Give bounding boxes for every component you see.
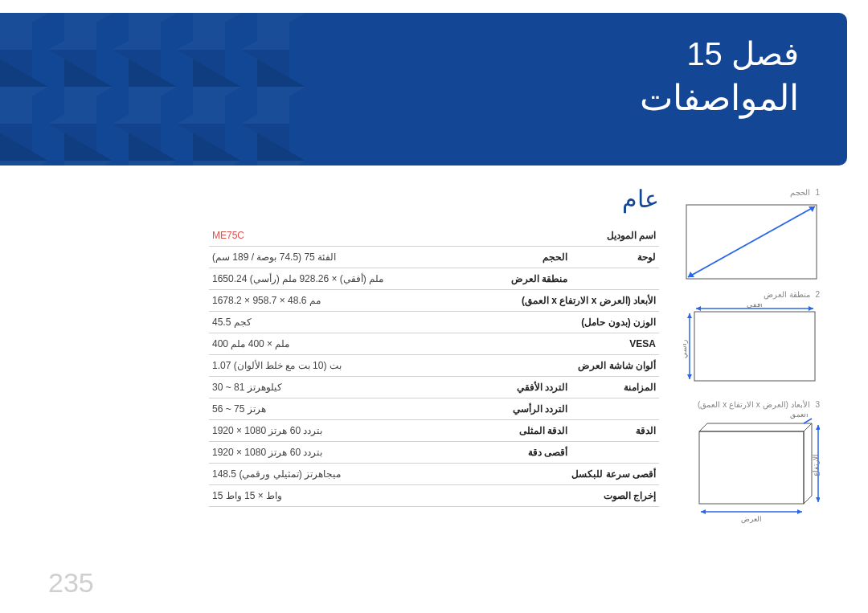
svg-marker-11 bbox=[699, 423, 812, 431]
row-value: 148.5 ميجاهرتز (تمثيلي ورقمي) bbox=[209, 464, 458, 485]
row-value: 1650.24 ملم (أفقي) × 928.26 ملم (رأسي) bbox=[209, 268, 458, 290]
width-label: العرض bbox=[741, 515, 762, 524]
table-row: أقصى سرعة للبكسل148.5 ميجاهرتز (تمثيلي و… bbox=[209, 464, 659, 485]
h-axis-label: أفقي bbox=[747, 304, 763, 309]
table-row: التردد الرأسي56 ~ 75 هرتز bbox=[209, 398, 659, 420]
row-label: VESA bbox=[458, 333, 659, 355]
row-value: 1.07 بت (10 بت مع خلط الألوان) bbox=[209, 355, 458, 377]
section-title: عام bbox=[622, 185, 659, 213]
table-row: VESA400 ملم × 400 ملم bbox=[209, 333, 659, 355]
svg-marker-12 bbox=[804, 423, 812, 504]
row-label: إخراج الصوت bbox=[458, 485, 659, 507]
chapter-title: المواصفات bbox=[0, 77, 799, 118]
row-value: 15 واط × 15 واط bbox=[209, 485, 458, 507]
svg-marker-7 bbox=[809, 306, 813, 311]
row-sublabel: أقصى دقة bbox=[458, 442, 571, 464]
svg-line-20 bbox=[804, 419, 812, 423]
area-diagram: أفقي رأسي bbox=[683, 304, 820, 392]
v-axis-label: رأسي bbox=[683, 340, 689, 358]
row-sublabel: الحجم bbox=[458, 247, 571, 268]
spec-table: اسم الموديل ME75C لوحةالحجمالفئة 75 (74.… bbox=[209, 225, 659, 507]
svg-marker-6 bbox=[696, 306, 701, 311]
table-row: لوحةالحجمالفئة 75 (74.5 بوصة / 189 سم) bbox=[209, 247, 659, 268]
row-sublabel: التردد الرأسي bbox=[458, 398, 571, 420]
row-label: ألوان شاشة العرض bbox=[458, 355, 659, 377]
table-row: ألوان شاشة العرض1.07 بت (10 بت مع خلط ال… bbox=[209, 355, 659, 377]
row-value: 1920 × 1080 بتردد 60 هرتز bbox=[209, 442, 458, 464]
svg-marker-9 bbox=[687, 313, 692, 318]
row-sublabel: منطقة العرض bbox=[458, 268, 571, 290]
chapter-banner: فصل 15 المواصفات bbox=[0, 13, 847, 166]
row-label: الدقة bbox=[571, 420, 659, 442]
svg-marker-16 bbox=[797, 509, 802, 514]
table-row: الوزن (بدون حامل)45.5 كجم bbox=[209, 312, 659, 333]
row-value: 400 ملم × 400 ملم bbox=[209, 333, 458, 355]
table-row: منطقة العرض1650.24 ملم (أفقي) × 928.26 م… bbox=[209, 268, 659, 290]
height-label: الارتفاع bbox=[812, 454, 820, 476]
chapter-number: 15 bbox=[686, 36, 723, 72]
row-label: الوزن (بدون حامل) bbox=[458, 312, 659, 333]
model-name-label: اسم الموديل bbox=[458, 225, 659, 247]
table-row: إخراج الصوت15 واط × 15 واط bbox=[209, 485, 659, 507]
table-row: أقصى دقة1920 × 1080 بتردد 60 هرتز bbox=[209, 442, 659, 464]
row-label bbox=[571, 268, 659, 290]
row-value: 1678.2 × 958.7 × 48.6 مم bbox=[209, 290, 458, 312]
row-value: 45.5 كجم bbox=[209, 312, 458, 333]
row-value: الفئة 75 (74.5 بوصة / 189 سم) bbox=[209, 247, 458, 268]
chapter-prefix: فصل bbox=[731, 36, 799, 72]
diagram-sidebar: 1 الحجم 2 منطقة العرض أفقي bbox=[679, 185, 820, 526]
row-label: المزامنة bbox=[571, 377, 659, 398]
svg-rect-4 bbox=[694, 312, 815, 381]
svg-rect-13 bbox=[699, 431, 804, 504]
row-sublabel: التردد الأفقي bbox=[458, 377, 571, 398]
row-value: 30 ~ 81 كيلوهرتز bbox=[209, 377, 458, 398]
diagram-3-caption: 3 الأبعاد (العرض x الارتفاع x العمق) bbox=[679, 400, 820, 409]
dimensions-diagram: العرض الارتفاع العمق bbox=[683, 414, 820, 526]
svg-marker-15 bbox=[701, 509, 706, 514]
row-value: 56 ~ 75 هرتز bbox=[209, 398, 458, 420]
page-number: 235 bbox=[48, 567, 94, 599]
row-label: أقصى سرعة للبكسل bbox=[458, 464, 659, 485]
model-name: ME75C bbox=[209, 225, 458, 247]
table-row: المزامنةالتردد الأفقي30 ~ 81 كيلوهرتز bbox=[209, 377, 659, 398]
depth-label: العمق bbox=[790, 414, 809, 419]
row-value: 1920 × 1080 بتردد 60 هرتز bbox=[209, 420, 458, 442]
row-label: لوحة bbox=[571, 247, 659, 268]
row-label bbox=[571, 398, 659, 420]
table-row: الدقةالدقة المثلى1920 × 1080 بتردد 60 هر… bbox=[209, 420, 659, 442]
chapter-number-line: فصل 15 bbox=[0, 35, 799, 72]
row-sublabel: الدقة المثلى bbox=[458, 420, 571, 442]
svg-marker-10 bbox=[687, 374, 692, 379]
row-label: الأبعاد (العرض x الارتفاع x العمق) bbox=[458, 290, 659, 312]
size-diagram bbox=[683, 202, 820, 282]
table-row: الأبعاد (العرض x الارتفاع x العمق)1678.2… bbox=[209, 290, 659, 312]
diagram-1-caption: 1 الحجم bbox=[679, 188, 820, 197]
diagram-2-caption: 2 منطقة العرض bbox=[679, 290, 820, 299]
row-label bbox=[571, 442, 659, 464]
svg-line-1 bbox=[688, 206, 815, 277]
